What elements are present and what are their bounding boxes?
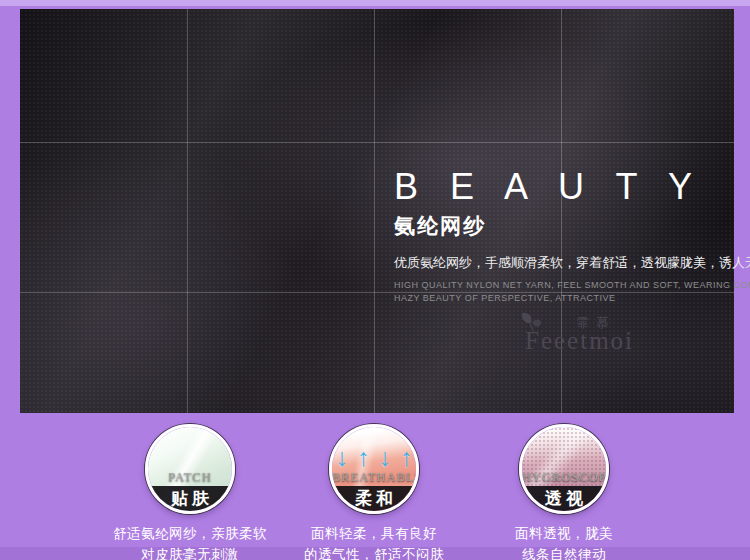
hero-description-en-line2: HAZY BEAUTY OF PERSPECTIVE, ATTRACTIVE <box>394 292 744 305</box>
feature-caption: 面料轻柔，具有良好 的透气性，舒适不闷肤 <box>264 523 484 560</box>
feature-caption-line2: 的透气性，舒适不闷肤 <box>264 544 484 560</box>
grid-line-vertical <box>374 9 375 413</box>
promo-banner: B E A U T Y 氨纶网纱 优质氨纶网纱，手感顺滑柔软，穿着舒适，透视朦胧… <box>0 0 750 560</box>
up-arrow-icon: ↑ <box>400 445 413 470</box>
feature-caption-line1: 面料透视，胧美 <box>454 523 674 544</box>
feature-circle: HYGROSCOPIC 透视 <box>519 424 609 514</box>
hero-description-en-line1: HIGH QUALITY NYLON NET YARN, FEEL SMOOTH… <box>394 279 744 292</box>
feature-tag-en: PATCH <box>148 470 232 485</box>
grid-line-vertical <box>187 9 188 413</box>
feature-band: 透视 <box>522 486 606 511</box>
feature-tag-cn: 透视 <box>541 487 587 510</box>
feature-tag-cn: 柔和 <box>351 487 397 510</box>
down-arrow-icon: ↓ <box>336 445 349 470</box>
feature-caption-line1: 面料轻柔，具有良好 <box>264 523 484 544</box>
feature-caption-line2: 线条自然律动 <box>454 544 674 560</box>
brand-watermark: 霏慕 Feeetmoi <box>518 306 688 366</box>
feature-band: 柔和 <box>332 486 416 511</box>
feature-circle: ↓ ↑ ↓ ↑ BREATHABLE 柔和 <box>329 424 419 514</box>
feature-band: 贴肤 <box>148 486 232 511</box>
hero-text-block: B E A U T Y 氨纶网纱 优质氨纶网纱，手感顺滑柔软，穿着舒适，透视朦胧… <box>394 167 744 305</box>
feature-tag-cn: 贴肤 <box>167 487 213 510</box>
hero-description-en: HIGH QUALITY NYLON NET YARN, FEEL SMOOTH… <box>394 279 744 305</box>
airflow-arrows: ↓ ↑ ↓ ↑ <box>332 445 416 470</box>
feature-see-through: HYGROSCOPIC 透视 面料透视，胧美 线条自然律动 <box>454 424 674 560</box>
brand-name-latin: Feeetmoi <box>525 327 634 355</box>
grid-line-horizontal <box>20 142 734 143</box>
hero-title: B E A U T Y <box>394 167 744 207</box>
up-arrow-icon: ↑ <box>357 445 370 470</box>
hero-subtitle: 氨纶网纱 <box>394 212 744 240</box>
feature-tag-en: HYGROSCOPIC <box>522 470 606 485</box>
feature-caption: 面料透视，胧美 线条自然律动 <box>454 523 674 560</box>
down-arrow-icon: ↓ <box>379 445 392 470</box>
feature-tag-en: BREATHABLE <box>332 470 416 485</box>
feature-breathable: ↓ ↑ ↓ ↑ BREATHABLE 柔和 面料轻柔，具有良好 的透气性，舒适不… <box>264 424 484 560</box>
feature-circle: PATCH 贴肤 <box>145 424 235 514</box>
fabric-photo-panel: B E A U T Y 氨纶网纱 优质氨纶网纱，手感顺滑柔软，穿着舒适，透视朦胧… <box>20 9 734 413</box>
hero-description-cn: 优质氨纶网纱，手感顺滑柔软，穿着舒适，透视朦胧美，诱人无比 <box>394 254 744 272</box>
